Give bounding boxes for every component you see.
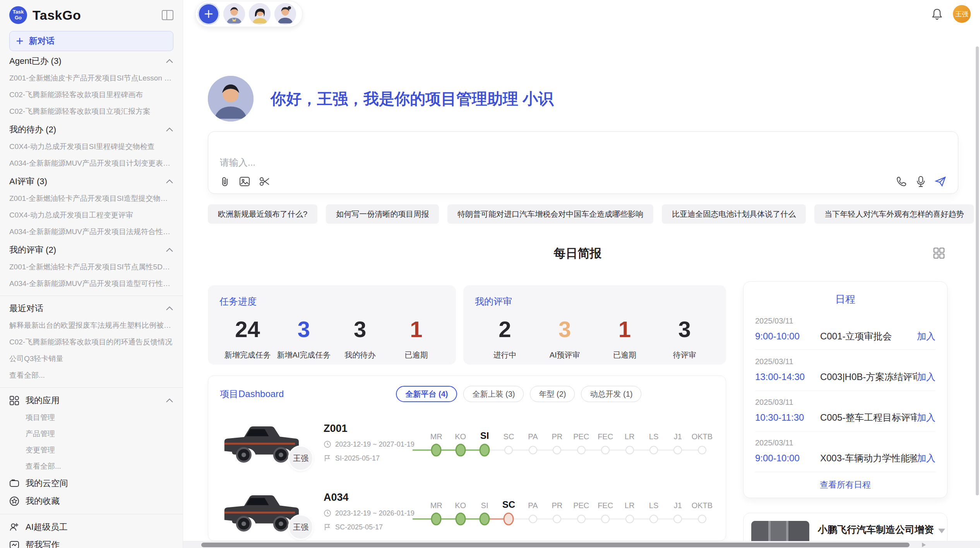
milestone-dot[interactable] [577,446,586,454]
milestone-dot[interactable] [601,515,610,523]
phone-icon[interactable] [896,176,907,187]
clock-icon [324,440,331,448]
suggestion-chip[interactable]: 比亚迪全固态电池计划具体说了什么 [662,204,806,224]
milestone-dot[interactable] [625,515,634,523]
project-row[interactable]: 王强 A034 2023-12-19 ~ 2026-01-19 SC-2025-… [220,483,714,540]
recent-conversation-item[interactable]: 查看全部... [9,367,173,384]
horizontal-scrollbar[interactable] [183,541,980,548]
dashboard-tab[interactable]: 动总开发 (1) [581,386,641,402]
milestone-dot[interactable] [553,515,561,523]
attachment-icon[interactable] [220,176,230,187]
sidebar-item[interactable]: Z001-全新燃油轻卡产品开发项目SI节点属性5D文件评审 [9,259,173,275]
suggestion-chip[interactable]: 如何写一份清晰的项目周报 [326,204,439,224]
stat-value: 3 [276,316,332,342]
milestone-dot[interactable] [649,515,658,523]
new-chat-button[interactable]: 新对话 [9,31,173,51]
suggestion-chip[interactable]: 特朗普可能对进口汽车增税会对中国车企造成哪些影响 [447,204,653,224]
milestone-dot[interactable] [698,446,706,454]
sidebar-item[interactable]: C0X4-动力总成开发项目SI里程碑提交物检查 [9,138,173,155]
send-icon[interactable] [935,176,946,187]
app-child-item[interactable]: 项目管理 [26,409,173,426]
chevron-up-icon[interactable] [166,179,173,184]
milestone-dot[interactable] [529,515,537,523]
project-row[interactable]: 王强 Z001 2023-12-19 ~ 2027-01-19 SI-2025-… [220,414,714,471]
suggestion-chip[interactable]: 当下年轻人对汽车外观有怎样的喜好趋势 [814,204,974,224]
app-child-item[interactable]: 查看全部... [26,458,173,474]
milestone-dot[interactable] [577,515,586,523]
milestone-dot[interactable] [504,513,514,526]
layout-grid-icon[interactable] [933,247,945,261]
recent-conversation-item[interactable]: 公司Q3轻卡销量 [9,350,173,367]
stat-item: 3 新增AI完成任务 [276,316,332,360]
sidebar-item-favorites[interactable]: 我的收藏 [9,492,173,510]
view-all-schedule-link[interactable]: 查看所有日程 [755,472,935,494]
add-agent-button[interactable] [198,3,219,25]
user-avatar[interactable]: 王强 [953,5,971,23]
sidebar-section-header[interactable]: Agent已办 (3) [9,53,173,70]
milestone-dot[interactable] [480,444,490,457]
chevron-up-icon[interactable] [166,248,173,252]
bell-icon[interactable] [931,8,943,20]
milestone-dot[interactable] [649,446,658,454]
dashboard-tab[interactable]: 全新上装 (3) [463,386,524,402]
chevron-up-icon[interactable] [166,398,173,403]
milestone-dot[interactable] [529,446,537,454]
milestone-dot[interactable] [431,444,442,457]
agent-avatar[interactable] [249,3,271,25]
collapse-sidebar-icon[interactable] [162,10,173,20]
milestone-dot[interactable] [431,513,442,526]
sidebar-item[interactable]: C02-飞腾新能源轻客改款项目里程碑画布 [9,86,173,103]
agent-avatar[interactable] [274,3,296,25]
sidebar-item[interactable]: C02-飞腾新能源轻客改款项目立项汇报方案 [9,103,173,120]
sidebar-section-header[interactable]: AI评审 (3) [9,173,173,190]
vertical-scrollbar-thumb[interactable] [976,46,979,495]
agent-avatar[interactable] [223,3,245,25]
app-child-item[interactable]: 产品管理 [26,426,173,442]
scroll-down-arrow[interactable] [938,529,945,533]
sidebar-item[interactable]: C0X4-动力总成开发项目工程变更评审 [9,207,173,223]
app-child-item[interactable]: 变更管理 [26,442,173,458]
milestone-dot[interactable] [480,513,490,526]
sidebar-item[interactable]: A034-全新新能源MUV产品开发项目法规符合性评审 [9,223,173,240]
sidebar-item[interactable]: A034-全新新能源MUV产品开发项目造型可行性评审 [9,275,173,292]
milestone-dot[interactable] [673,515,682,523]
message-composer[interactable]: 请输入... [208,131,958,194]
scroll-right-arrow[interactable] [922,543,926,547]
milestone-dot[interactable] [625,446,634,454]
sidebar-item[interactable]: Z001-全新燃油轻卡产品开发项目SI造型提交物评审 [9,190,173,207]
microphone-icon[interactable] [916,176,925,187]
recent-conversation-item[interactable]: C02-飞腾新能源轻客改款项目的闭环通告反馈情况 [9,334,173,350]
milestone-dot[interactable] [601,446,610,454]
milestone: SI [473,497,497,528]
chevron-up-icon[interactable] [166,127,173,132]
dashboard-tab[interactable]: 全新平台 (4) [396,386,457,402]
sidebar-item-ai-super-staff[interactable]: AI超级员工 [9,518,173,536]
sidebar-section-header[interactable]: 我的评审 (2) [9,241,173,259]
sidebar-item[interactable]: A034-全新新能源MUV产品开发项目计划变更表编写 [9,155,173,171]
sidebar-item-cloud-space[interactable]: 我的云空间 [9,474,173,492]
milestone-dot[interactable] [455,513,466,526]
scissors-icon[interactable] [259,176,270,187]
event-join-link[interactable]: 加入 [917,330,935,342]
milestone-dot[interactable] [504,446,513,454]
milestone-dot[interactable] [698,515,706,523]
sidebar-item-help-me-write[interactable]: 帮我写作 [9,536,173,548]
sidebar-item[interactable]: Z001-全新燃油皮卡产品开发项目SI节点Lesson Learn报告 [9,70,173,86]
milestone-dot[interactable] [455,444,466,457]
horizontal-scrollbar-thumb[interactable] [201,543,910,547]
dashboard-tab[interactable]: 年型 (2) [530,386,575,402]
recent-conversation-item[interactable]: 解释最新出台的欧盟报废车法规再生塑料比例被调至15%... [9,317,173,334]
image-icon[interactable] [239,176,250,187]
event-join-link[interactable]: 加入 [917,371,935,383]
milestone-dot[interactable] [673,446,682,454]
sidebar-section-header[interactable]: 最近对话 [9,300,173,317]
chevron-up-icon[interactable] [166,59,173,63]
sidebar-section-header[interactable]: 我的待办 (2) [9,121,173,138]
event-join-link[interactable]: 加入 [917,452,935,464]
stat-card: 我的评审 2 进行中 3 AI预评审 1 [463,285,726,365]
suggestion-chip[interactable]: 欧洲新规最近颁布了什么? [208,204,317,224]
chevron-up-icon[interactable] [166,306,173,311]
sidebar-item-my-apps[interactable]: 我的应用 [9,392,173,409]
event-join-link[interactable]: 加入 [917,411,935,424]
milestone-dot[interactable] [553,446,561,454]
